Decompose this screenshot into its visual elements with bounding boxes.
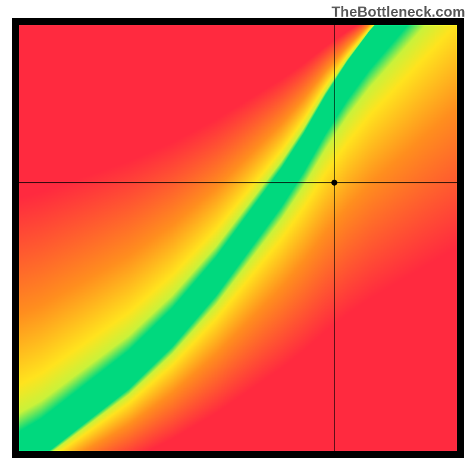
heatmap-canvas [12, 18, 464, 458]
chart-plot-area [12, 18, 464, 458]
